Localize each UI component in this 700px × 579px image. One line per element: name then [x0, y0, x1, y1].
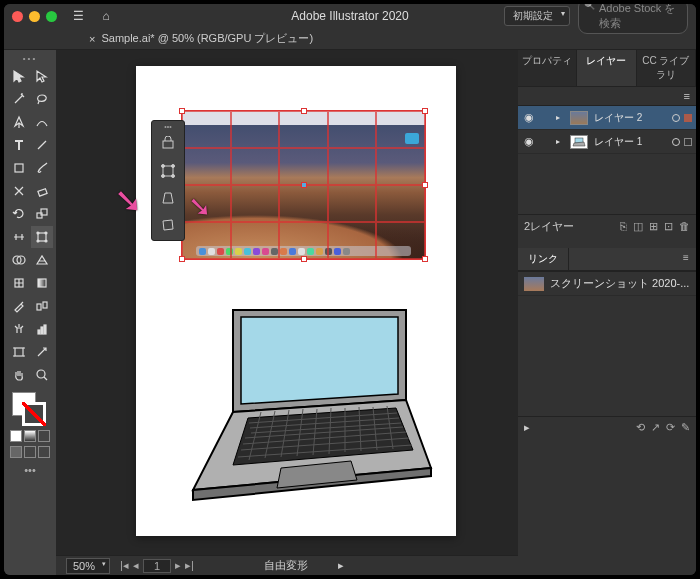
- handle-nw[interactable]: [179, 108, 185, 114]
- color-mode-none[interactable]: [38, 430, 50, 442]
- make-clipping-mask-button[interactable]: ◫: [633, 220, 643, 233]
- draw-normal[interactable]: [10, 446, 22, 458]
- edit-original-button[interactable]: ✎: [681, 421, 690, 434]
- tab-properties[interactable]: プロパティ: [518, 50, 577, 86]
- layer-name[interactable]: レイヤー 2: [592, 111, 668, 125]
- eyedropper-tool[interactable]: [8, 295, 30, 317]
- handle-center[interactable]: [301, 182, 307, 188]
- handle-ne[interactable]: [422, 108, 428, 114]
- free-transform-tool[interactable]: [31, 226, 53, 248]
- line-tool[interactable]: [31, 134, 53, 156]
- laptop-illustration[interactable]: [171, 300, 441, 510]
- document-tab[interactable]: Sample.ai* @ 50% (RGB/GPU プレビュー): [101, 31, 313, 46]
- link-item[interactable]: スクリーンショット 2020-...: [518, 272, 696, 296]
- slice-tool[interactable]: [31, 341, 53, 363]
- color-swatches[interactable]: [10, 392, 50, 428]
- panel-menu-button[interactable]: ≡: [684, 90, 690, 102]
- handle-e[interactable]: [422, 182, 428, 188]
- selection-indicator[interactable]: [684, 138, 692, 146]
- color-mode-solid[interactable]: [10, 430, 22, 442]
- canvas[interactable]: •••: [56, 50, 518, 555]
- scale-tool[interactable]: [31, 203, 53, 225]
- symbol-sprayer-tool[interactable]: [8, 318, 30, 340]
- constrain-button[interactable]: [154, 131, 182, 157]
- first-artboard-button[interactable]: |◂: [120, 559, 129, 573]
- artboard-number[interactable]: 1: [143, 559, 171, 573]
- visibility-toggle[interactable]: ◉: [522, 135, 536, 148]
- curvature-tool[interactable]: [31, 111, 53, 133]
- update-link-button[interactable]: ⟳: [666, 421, 675, 434]
- draw-inside[interactable]: [38, 446, 50, 458]
- expand-layer-button[interactable]: ▸: [556, 137, 566, 146]
- free-distort-button[interactable]: [154, 212, 182, 238]
- handle-sw[interactable]: [179, 256, 185, 262]
- locate-object-button[interactable]: ⎘: [620, 220, 627, 233]
- zoom-tool[interactable]: [31, 364, 53, 386]
- links-panel-menu-button[interactable]: ≡: [676, 248, 696, 270]
- hand-tool[interactable]: [8, 364, 30, 386]
- maximize-window-button[interactable]: [46, 11, 57, 22]
- lasso-tool[interactable]: [31, 88, 53, 110]
- home-icon[interactable]: ⌂: [97, 8, 115, 24]
- stock-search-input[interactable]: Adobe Stock を検索: [578, 4, 688, 34]
- paintbrush-tool[interactable]: [31, 157, 53, 179]
- new-sublayer-button[interactable]: ⊞: [649, 220, 658, 233]
- go-to-link-button[interactable]: ↗: [651, 421, 660, 434]
- relink-button[interactable]: ⟲: [636, 421, 645, 434]
- delete-layer-button[interactable]: 🗑: [679, 220, 690, 233]
- layer-row[interactable]: ◉ ▸ レイヤー 2: [518, 106, 696, 130]
- column-graph-tool[interactable]: [31, 318, 53, 340]
- shape-builder-tool[interactable]: [8, 249, 30, 271]
- layer-name[interactable]: レイヤー 1: [592, 135, 668, 149]
- target-icon[interactable]: [672, 138, 680, 146]
- tab-layers[interactable]: レイヤー: [577, 50, 636, 86]
- blend-tool[interactable]: [31, 295, 53, 317]
- artboard-tool[interactable]: [8, 341, 30, 363]
- handle-se[interactable]: [422, 256, 428, 262]
- perspective-grid-tool[interactable]: [31, 249, 53, 271]
- free-transform-panel[interactable]: •••: [151, 120, 185, 241]
- show-link-info-button[interactable]: ▸: [524, 421, 530, 434]
- rotate-tool[interactable]: [8, 203, 30, 225]
- draw-behind[interactable]: [24, 446, 36, 458]
- type-tool[interactable]: [8, 134, 30, 156]
- hamburger-icon[interactable]: ☰: [69, 8, 87, 24]
- shaper-tool[interactable]: [8, 180, 30, 202]
- gradient-tool[interactable]: [31, 272, 53, 294]
- color-mode-gradient[interactable]: [24, 430, 36, 442]
- close-window-button[interactable]: [12, 11, 23, 22]
- tab-cc-libraries[interactable]: CC ライブラリ: [637, 50, 696, 86]
- workspace-dropdown[interactable]: 初期設定: [504, 6, 570, 26]
- selection-tool[interactable]: [8, 65, 30, 87]
- handle-n[interactable]: [301, 108, 307, 114]
- links-tab[interactable]: リンク: [518, 248, 569, 270]
- selection-indicator[interactable]: [684, 114, 692, 122]
- handle-s[interactable]: [301, 256, 307, 262]
- free-transform-button[interactable]: [154, 158, 182, 184]
- next-artboard-button[interactable]: ▸: [175, 559, 181, 573]
- pen-tool[interactable]: [8, 111, 30, 133]
- zoom-dropdown[interactable]: 50%: [66, 558, 110, 574]
- close-tab-button[interactable]: ×: [89, 33, 95, 45]
- eraser-tool[interactable]: [31, 180, 53, 202]
- selected-image[interactable]: [181, 110, 426, 260]
- links-panel-footer: ▸ ⟲ ↗ ⟳ ✎: [518, 416, 696, 438]
- status-menu-button[interactable]: ▸: [338, 559, 344, 572]
- visibility-toggle[interactable]: ◉: [522, 111, 536, 124]
- minimize-window-button[interactable]: [29, 11, 40, 22]
- svg-point-22: [162, 165, 165, 168]
- last-artboard-button[interactable]: ▸|: [185, 559, 194, 573]
- rectangle-tool[interactable]: [8, 157, 30, 179]
- direct-selection-tool[interactable]: [31, 65, 53, 87]
- edit-toolbar-button[interactable]: •••: [12, 464, 48, 476]
- new-layer-button[interactable]: ⊡: [664, 220, 673, 233]
- stroke-swatch[interactable]: [22, 402, 46, 426]
- expand-layer-button[interactable]: ▸: [556, 113, 566, 122]
- perspective-distort-button[interactable]: [154, 185, 182, 211]
- mesh-tool[interactable]: [8, 272, 30, 294]
- width-tool[interactable]: [8, 226, 30, 248]
- prev-artboard-button[interactable]: ◂: [133, 559, 139, 573]
- target-icon[interactable]: [672, 114, 680, 122]
- magic-wand-tool[interactable]: [8, 88, 30, 110]
- layer-row[interactable]: ◉ ▸ レイヤー 1: [518, 130, 696, 154]
